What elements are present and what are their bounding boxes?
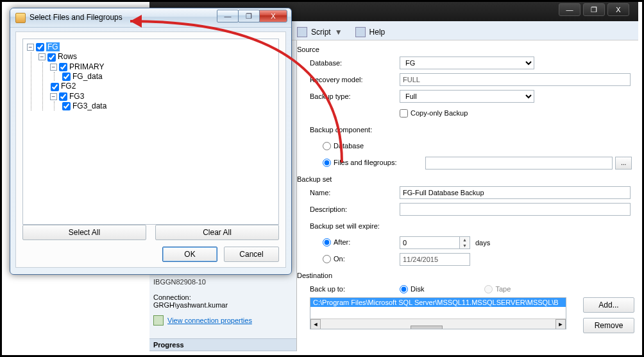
chevron-down-icon[interactable]: ▼ (335, 28, 343, 37)
tree-node-fgdata[interactable]: FG_data (62, 72, 277, 81)
tape-radio: Tape (484, 285, 511, 293)
properties-icon (153, 315, 164, 326)
clear-all-button[interactable]: Clear All (155, 225, 279, 240)
backupset-heading: Backup set (297, 175, 634, 183)
checkbox-primary[interactable] (59, 63, 67, 71)
connection-label: Connection: (153, 293, 292, 301)
bg-minimize-button[interactable]: — (559, 3, 580, 16)
tree-node-fg3data[interactable]: FG3_data (62, 101, 277, 110)
backup-type-select[interactable]: Full (400, 90, 534, 103)
name-field[interactable] (400, 186, 631, 199)
filegroup-tree[interactable]: −FG −Rows −PRIMARY FG_data FG2 −FG3 FG3_… (22, 39, 279, 225)
expire-after-value[interactable] (400, 236, 460, 249)
tree-label-fgdata: FG_data (72, 72, 103, 81)
expire-on-date (400, 253, 470, 266)
copy-only-checkbox[interactable]: Copy-only Backup (400, 109, 468, 118)
help-button[interactable]: Help (369, 28, 386, 37)
tree-node-fg[interactable]: −FG −Rows −PRIMARY FG_data FG2 −FG3 FG3_… (27, 42, 277, 110)
description-field[interactable] (400, 203, 631, 216)
hscrollbar[interactable]: ◄ ► (310, 318, 566, 329)
tree-node-primary[interactable]: −PRIMARY FG_data (50, 62, 277, 82)
component-database-radio[interactable]: Database (323, 142, 364, 150)
view-connection-link[interactable]: View connection properties (167, 317, 252, 324)
collapse-icon[interactable]: − (38, 53, 46, 60)
dialog-icon (15, 13, 26, 23)
expire-after-spinner[interactable]: ▲▼ (400, 236, 470, 249)
dialog-close-button[interactable]: X (259, 10, 287, 22)
destination-listbox[interactable]: C:\Program Files\Microsoft SQL Server\MS… (310, 297, 566, 329)
backup-type-label: Backup type: (297, 92, 400, 100)
dialog-minimize-button[interactable]: — (217, 10, 239, 22)
days-label: days (475, 239, 490, 247)
tree-label-fg3data: FG3_data (72, 101, 106, 110)
bg-close-button[interactable]: X (607, 3, 629, 16)
database-label: Database: (297, 59, 400, 67)
select-all-button[interactable]: Select All (22, 225, 146, 240)
disk-label: Disk (411, 285, 424, 293)
tree-label-fg3: FG3 (69, 92, 84, 101)
scroll-thumb[interactable] (411, 326, 443, 330)
ok-button[interactable]: OK (162, 247, 217, 262)
tree-node-rows[interactable]: −Rows −PRIMARY FG_data FG2 −FG3 FG3_data (38, 52, 277, 110)
dialog-body: −FG −Rows −PRIMARY FG_data FG2 −FG3 FG3_… (15, 31, 286, 268)
database-select[interactable]: FG (400, 57, 534, 69)
script-button[interactable]: Script (311, 28, 331, 37)
progress-header: Progress (149, 338, 296, 351)
toolbar: Script ▼ Help (297, 25, 385, 39)
checkbox-fg3[interactable] (59, 92, 67, 101)
component-database-label: Database (334, 142, 364, 150)
checkbox-fg2[interactable] (51, 83, 59, 91)
component-label: Backup component: (297, 126, 400, 134)
scroll-left-icon[interactable]: ◄ (310, 319, 321, 329)
recovery-field (400, 73, 631, 86)
script-icon (297, 27, 307, 37)
cancel-button[interactable]: Cancel (224, 247, 279, 262)
checkbox-fg[interactable] (36, 43, 44, 51)
copy-only-label: Copy-only Backup (411, 109, 468, 117)
dialog-title: Select Files and Filegroups (30, 13, 123, 22)
tree-node-fg3[interactable]: −FG3 FG3_data (50, 92, 277, 111)
expire-after-radio[interactable]: After: (323, 238, 350, 247)
tree-label-fg: FG (46, 42, 60, 51)
bg-maximize-button[interactable]: ❐ (583, 3, 605, 16)
backup-form: Source Database: FG Recovery model: Back… (297, 42, 634, 351)
server-name: IBGGN82908-10 (153, 278, 292, 286)
component-files-radio[interactable]: Files and filegroups: (323, 159, 396, 167)
browse-button[interactable]: ... (615, 157, 632, 170)
scroll-right-icon[interactable]: ► (555, 319, 566, 329)
tree-label-fg2: FG2 (61, 82, 76, 91)
destination-path[interactable]: C:\Program Files\Microsoft SQL Server\MS… (310, 298, 566, 307)
source-heading: Source (297, 46, 634, 53)
spin-up-icon[interactable]: ▲ (460, 237, 470, 243)
name-label: Name: (297, 189, 400, 196)
remove-button[interactable]: Remove (583, 318, 634, 333)
tape-label: Tape (495, 285, 511, 293)
recovery-label: Recovery model: (297, 76, 400, 83)
collapse-icon[interactable]: − (50, 93, 57, 100)
expire-label: Backup set will expire: (297, 222, 400, 230)
spin-down-icon[interactable]: ▼ (460, 243, 470, 248)
tree-label-rows: Rows (58, 52, 77, 61)
add-button[interactable]: Add... (583, 297, 634, 313)
select-files-dialog: Select Files and Filegroups — ❐ X −FG −R… (10, 8, 292, 275)
expire-after-label: After: (334, 238, 350, 246)
component-files-label: Files and filegroups: (334, 159, 396, 166)
disk-radio[interactable]: Disk (400, 285, 424, 293)
backup-to-label: Back up to: (297, 285, 400, 293)
collapse-icon[interactable]: − (27, 44, 34, 51)
collapse-icon[interactable]: − (50, 64, 57, 71)
checkbox-fgdata[interactable] (62, 73, 71, 81)
tree-label-primary: PRIMARY (69, 62, 104, 71)
expire-on-label: On: (334, 255, 345, 263)
expire-on-radio[interactable]: On: (323, 255, 345, 263)
destination-heading: Destination (297, 272, 634, 279)
dialog-maximize-button[interactable]: ❐ (238, 10, 260, 22)
description-label: Description: (297, 205, 400, 213)
checkbox-rows[interactable] (47, 53, 56, 62)
tree-node-fg2[interactable]: FG2 (50, 82, 277, 91)
checkbox-fg3data[interactable] (62, 102, 71, 110)
help-icon (355, 27, 366, 37)
dialog-titlebar[interactable]: Select Files and Filegroups — ❐ X (10, 8, 291, 28)
connection-value: GRGH\yashwant.kumar (153, 301, 292, 309)
files-filegroups-field[interactable] (425, 157, 613, 170)
